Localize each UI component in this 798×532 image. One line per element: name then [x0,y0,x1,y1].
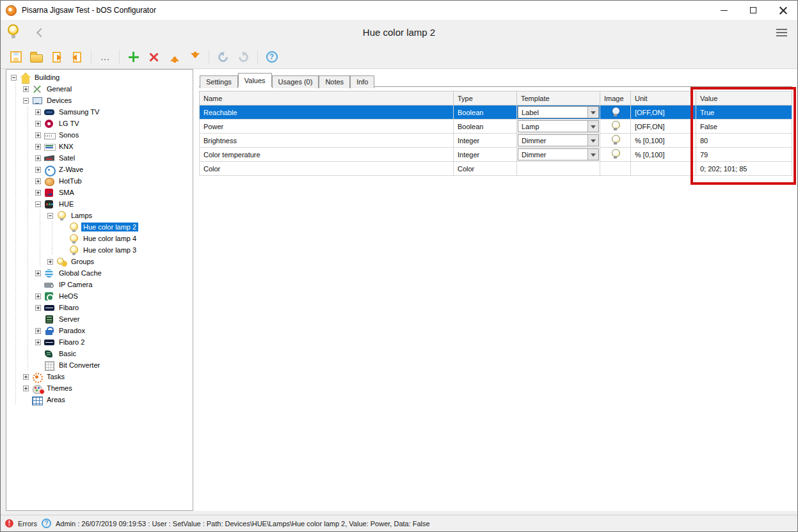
expand-icon[interactable] [35,293,41,299]
tree-item-label: Server [57,315,81,324]
tree-item-areas[interactable]: Areas [6,394,193,405]
app-window: Pisarna Jigsaw Test - bOS Configurator H… [0,0,798,532]
tree-guide [22,256,34,267]
template-dropdown[interactable]: Dimmer [518,134,599,146]
tree-item-building[interactable]: Building [6,72,193,83]
save-button[interactable] [7,49,24,66]
collapse-icon[interactable] [35,201,41,207]
delete-button[interactable] [145,49,163,66]
expand-icon[interactable] [35,155,41,161]
errors-label[interactable]: Errors [18,520,37,528]
tree-item-lg-tv[interactable]: LG TV [6,118,193,129]
tree-guide [22,348,34,359]
tree-item-fibaro[interactable]: Fibaro [6,302,193,313]
tab-notes[interactable]: Notes [319,75,350,88]
table-row-color[interactable]: ColorColor0; 202; 101; 85 [200,162,792,176]
expand-icon[interactable] [35,305,41,311]
tree-item-hue-color-lamp-2[interactable]: Hue color lamp 2 [6,221,193,233]
tree-item-heos[interactable]: HeOS [6,290,193,302]
tree-item-sma[interactable]: SMA [6,187,193,198]
expander-spacer [35,363,41,368]
value-cell: 80 [696,134,792,148]
expand-icon[interactable] [23,374,29,380]
expand-icon[interactable] [35,178,41,184]
tree-item-hue[interactable]: HUE [6,198,193,210]
column-header-unit[interactable]: Unit [631,91,696,106]
expand-icon[interactable] [35,132,41,138]
expand-icon[interactable] [35,167,41,173]
help-icon [266,51,278,63]
maximize-button[interactable] [738,1,768,20]
tree-item-groups[interactable]: Groups [6,256,193,267]
collapse-icon[interactable] [47,213,53,219]
tree-item-fibaro-2[interactable]: Fibaro 2 [6,336,193,348]
column-header-name[interactable]: Name [200,91,454,106]
close-button[interactable] [768,1,797,20]
tree-item-server[interactable]: Server [6,313,193,325]
table-row-power[interactable]: PowerBooleanLamp[OFF,ON]False [200,120,792,134]
export-button[interactable] [48,49,65,66]
menu-icon[interactable] [776,29,787,36]
expand-icon[interactable] [35,340,41,345]
expand-icon[interactable] [35,328,41,334]
tree-guide [22,325,34,336]
expand-icon[interactable] [47,259,53,265]
import-button[interactable] [68,49,86,66]
undo-button[interactable] [214,49,232,66]
tree-item-hue-color-lamp-4[interactable]: Hue color lamp 4 [6,233,193,244]
tree-item-paradox[interactable]: Paradox [6,325,193,336]
move-up-button[interactable] [166,49,183,66]
tree-item-tasks[interactable]: Tasks [6,371,193,382]
tree-item-devices[interactable]: Devices [6,95,193,106]
column-header-value[interactable]: Value [696,91,792,106]
table-row-brightness[interactable]: BrightnessIntegerDimmer% [0,100]80 [200,134,792,148]
column-header-image[interactable]: Image [600,91,631,106]
tree-item-ip-camera[interactable]: IP Camera [6,279,193,290]
expand-icon[interactable] [23,386,29,391]
tree-item-hottub[interactable]: HotTub [6,175,193,187]
unit-cell: [OFF,ON] [631,120,696,134]
tree-item-themes[interactable]: Themes [6,382,193,394]
tree-item-satel[interactable]: Satel [6,152,193,164]
tree-item-samsung-tv[interactable]: Samsung TV [6,106,193,118]
minimize-button[interactable] [709,1,738,20]
tab-values[interactable]: Values [238,73,272,87]
tree-item-lamps[interactable]: Lamps [6,210,193,221]
open-button[interactable] [28,49,45,66]
expand-icon[interactable] [35,190,41,196]
template-dropdown[interactable]: Lamp [518,120,599,132]
move-down-button[interactable] [186,49,203,66]
redo-button[interactable] [235,49,252,66]
tree-item-knx[interactable]: KNX [6,141,193,152]
tab-info[interactable]: Info [350,75,374,88]
column-header-template[interactable]: Template [517,91,600,106]
fibaro-icon [44,303,54,313]
expand-icon[interactable] [35,109,41,115]
tab-settings[interactable]: Settings [200,75,238,88]
tree-item-general[interactable]: General [6,83,193,95]
table-row-reachable[interactable]: ReachableBooleanLabel[OFF,ON]True [200,106,792,120]
table-row-color-temperature[interactable]: Color temperatureIntegerDimmer% [0,100]7… [200,148,792,162]
expand-icon[interactable] [35,270,41,276]
expand-icon[interactable] [35,144,41,150]
column-header-type[interactable]: Type [454,91,517,106]
collapse-icon[interactable] [23,98,29,104]
tree-guide [34,210,46,221]
tree-item-global-cache[interactable]: Global Cache [6,267,193,279]
tree-item-z-wave[interactable]: Z-Wave [6,164,193,175]
tree-item-bit-converter[interactable]: Bit Converter [6,359,193,371]
add-button[interactable] [125,49,142,66]
expand-icon[interactable] [23,86,29,92]
template-dropdown[interactable]: Label [518,106,599,118]
tree-guide [22,187,34,198]
expand-icon[interactable] [35,121,41,127]
collapse-icon[interactable] [11,75,17,81]
tree-item-sonos[interactable]: Sonos [6,129,193,141]
tab-usages-0[interactable]: Usages (0) [272,75,319,88]
template-dropdown[interactable]: Dimmer [518,148,599,160]
tree-item-hue-color-lamp-3[interactable]: Hue color lamp 3 [6,244,193,256]
more-button[interactable]: ... [97,49,114,66]
tree-item-basic[interactable]: Basic [6,348,193,359]
help-button[interactable] [263,49,280,66]
tree-guide [22,210,34,221]
